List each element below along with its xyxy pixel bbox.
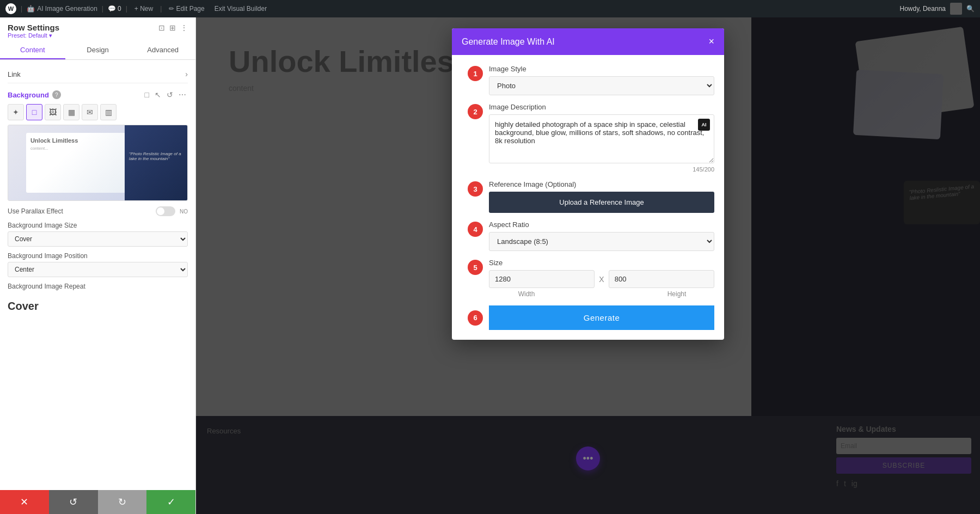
- reference-image-field: Reference Image (Optional) Upload a Refe…: [489, 180, 714, 213]
- bg-type-pattern[interactable]: ▥: [100, 104, 117, 120]
- comment-count[interactable]: 💬 0: [108, 5, 121, 13]
- redo-button[interactable]: ↻: [98, 490, 147, 514]
- modal-overlay: Generate Image With AI × 1 Image Style P…: [196, 17, 980, 514]
- panel-tabs: Content Design Advanced: [0, 41, 195, 60]
- size-labels: Width Height: [489, 290, 714, 298]
- background-section-header: Background ? □ ↖ ↺ ⋯: [8, 90, 188, 100]
- step-1-badge: 1: [468, 66, 483, 81]
- panel-title: Row Settings: [8, 23, 59, 32]
- close-button[interactable]: ✕: [0, 490, 49, 514]
- bg-type-row: ✦ □ 🖼 ▦ ✉ ▥: [8, 104, 188, 120]
- search-icon[interactable]: 🔍: [966, 5, 975, 13]
- width-input[interactable]: [489, 270, 595, 288]
- width-label: Width: [489, 290, 564, 298]
- step-6-badge: 6: [468, 310, 483, 326]
- height-label: Height: [639, 290, 714, 298]
- background-title: Background: [8, 91, 49, 99]
- bg-more-icon[interactable]: ⋯: [177, 90, 188, 100]
- image-style-select[interactable]: Photo Illustration 3D Render Sketch Wate…: [489, 76, 714, 95]
- parallax-label: Use Parallax Effect: [8, 207, 63, 215]
- bg-type-video[interactable]: ✉: [82, 104, 98, 120]
- separator: |: [21, 5, 22, 13]
- parallax-toggle[interactable]: [156, 206, 175, 216]
- aspect-ratio-select[interactable]: Landscape (8:5) Portrait (5:8) Square (1…: [489, 232, 714, 251]
- undo-button[interactable]: ↺: [49, 490, 98, 514]
- parallax-no-label: NO: [180, 209, 188, 215]
- size-x-label: X: [599, 275, 604, 284]
- new-button[interactable]: + New: [132, 4, 156, 14]
- save-icon: ✓: [167, 496, 175, 508]
- link-chevron: ›: [185, 70, 188, 78]
- bg-type-image[interactable]: 🖼: [45, 104, 61, 120]
- wp-logo-icon[interactable]: W: [5, 3, 16, 14]
- reference-image-label: Reference Image (Optional): [489, 180, 714, 188]
- tab-design[interactable]: Design: [65, 41, 131, 59]
- exit-visual-builder-button[interactable]: Exit Visual Builder: [212, 4, 270, 14]
- aspect-ratio-field: Aspect Ratio Landscape (8:5) Portrait (5…: [489, 221, 714, 251]
- ai-generation-label: 🤖 AI Image Generation: [27, 5, 97, 13]
- generate-button[interactable]: Generate: [489, 305, 714, 330]
- save-button[interactable]: ✓: [146, 490, 195, 514]
- link-section: Link ›: [8, 65, 188, 83]
- step4-row: 4 Aspect Ratio Landscape (8:5) Portrait …: [462, 221, 714, 251]
- bg-image-position-select[interactable]: Center Top Bottom Left Right: [8, 262, 188, 277]
- modal-close-button[interactable]: ×: [708, 36, 714, 47]
- modal-title: Generate Image With AI: [462, 37, 555, 47]
- top-bar-right: Howdy, Deanna 🔍: [900, 3, 975, 15]
- comment-icon: 💬: [108, 5, 116, 13]
- step5-row: 5 Size X: [462, 259, 714, 298]
- image-description-textarea[interactable]: highly detailed photograph of a space sh…: [489, 114, 714, 163]
- height-wrapper: [609, 270, 714, 288]
- bg-type-gradient[interactable]: ▦: [63, 104, 79, 120]
- step-2-badge: 2: [468, 104, 483, 119]
- panel-icon-2[interactable]: ⊞: [169, 23, 176, 32]
- tab-content[interactable]: Content: [0, 41, 65, 59]
- height-input[interactable]: [609, 270, 714, 288]
- panel-menu-icon[interactable]: ⋮: [180, 23, 188, 32]
- top-bar-left: W | 🤖 AI Image Generation | 💬 0 | + New …: [5, 3, 270, 14]
- undo-icon: ↺: [69, 496, 77, 508]
- width-wrapper: [489, 270, 595, 288]
- panel-header: Row Settings ⊡ ⊞ ⋮ Preset: Default ▾: [0, 17, 195, 41]
- step-5-badge: 5: [468, 260, 483, 275]
- upload-reference-button[interactable]: Upload a Reference Image: [489, 192, 714, 213]
- bg-type-none[interactable]: ✦: [8, 104, 24, 120]
- bg-cursor-icon[interactable]: ↖: [153, 90, 163, 100]
- panel-icon-1[interactable]: ⊡: [158, 23, 165, 32]
- right-content-area: Unlock Limitless content "Photo Reslisti…: [196, 17, 980, 514]
- panel-preset[interactable]: Preset: Default ▾: [8, 32, 188, 39]
- image-style-field: Image Style Photo Illustration 3D Render…: [489, 65, 714, 95]
- step2-row: 2 Image Description highly detailed phot…: [462, 103, 714, 173]
- background-help-icon[interactable]: ?: [52, 90, 61, 99]
- cover-section: Cover: [8, 296, 188, 317]
- step-3-badge: 3: [468, 181, 483, 197]
- howdy-label: Howdy, Deanna: [900, 5, 946, 13]
- modal-header: Generate Image With AI ×: [452, 28, 724, 55]
- panel-body: Link › Background ? □ ↖ ↺ ⋯ ✦: [0, 60, 195, 490]
- bg-image-size-field: Background Image Size Cover Contain Auto: [8, 222, 188, 247]
- char-counter: 145/200: [489, 166, 714, 173]
- image-description-field: Image Description highly detailed photog…: [489, 103, 714, 173]
- redo-icon: ↻: [118, 496, 126, 508]
- bg-type-color[interactable]: □: [26, 104, 42, 120]
- image-description-label: Image Description: [489, 103, 714, 111]
- cover-label: Cover: [8, 300, 188, 313]
- ai-badge: AI: [698, 119, 710, 131]
- tab-advanced[interactable]: Advanced: [130, 41, 195, 59]
- bg-reset-icon[interactable]: ↺: [165, 90, 175, 100]
- generate-image-modal: Generate Image With AI × 1 Image Style P…: [452, 28, 724, 340]
- bg-clone-icon[interactable]: □: [143, 90, 151, 100]
- main-layout: Row Settings ⊡ ⊞ ⋮ Preset: Default ▾ Con…: [0, 17, 980, 514]
- avatar: [950, 3, 962, 15]
- textarea-wrapper: highly detailed photograph of a space sh…: [489, 114, 714, 165]
- edit-page-button[interactable]: ✏ Edit Page: [166, 4, 207, 14]
- bg-image-size-select[interactable]: Cover Contain Auto: [8, 231, 188, 247]
- bg-preview: Unlock Limitless content... "Photo Resli…: [8, 125, 188, 201]
- background-controls: □ ↖ ↺ ⋯: [143, 90, 188, 100]
- left-panel: Row Settings ⊡ ⊞ ⋮ Preset: Default ▾ Con…: [0, 17, 196, 514]
- link-header[interactable]: Link ›: [8, 70, 188, 78]
- link-label: Link: [8, 70, 21, 78]
- top-bar: W | 🤖 AI Image Generation | 💬 0 | + New …: [0, 0, 980, 17]
- step6-row: 6 Generate: [462, 305, 714, 330]
- close-icon: ✕: [20, 496, 28, 508]
